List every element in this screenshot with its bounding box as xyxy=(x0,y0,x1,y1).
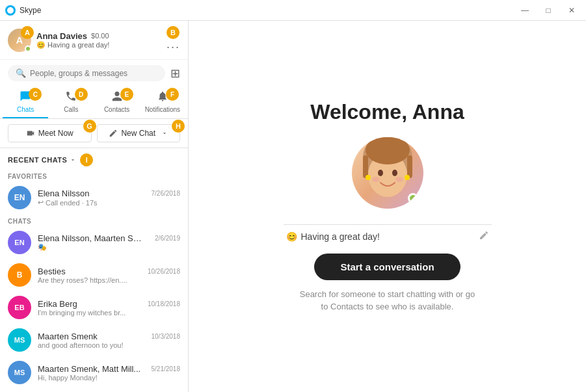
badge-g: G xyxy=(83,120,96,133)
search-input[interactable] xyxy=(30,69,157,78)
avatar-online-dot xyxy=(408,193,418,203)
online-status-dot xyxy=(25,46,31,52)
chats-label: CHATS xyxy=(0,214,188,226)
chat-date: 5/21/2018 xyxy=(152,365,181,372)
tab-contacts-label: Contacts xyxy=(104,106,129,113)
chat-preview: I'm bringing my witches br... xyxy=(38,309,180,317)
more-options-button[interactable]: ··· xyxy=(166,40,180,53)
preview-text: Hi, happy Monday! xyxy=(38,374,98,382)
tab-chats[interactable]: C Chats xyxy=(3,86,48,118)
app-title: Skype xyxy=(20,6,41,15)
status-text: Having a great day! xyxy=(47,41,109,49)
tab-chats-label: Chats xyxy=(17,106,34,113)
preview-icon: ↩ xyxy=(38,198,44,207)
profile-balance: $0.00 xyxy=(91,32,109,40)
window-controls: — □ ✕ xyxy=(516,4,581,17)
svg-point-11 xyxy=(405,175,410,180)
search-box: 🔍 xyxy=(8,65,165,81)
app-icon xyxy=(5,5,16,16)
recent-chats-header: RECENT CHATS I xyxy=(0,148,188,169)
chat-name: Besties xyxy=(38,267,66,276)
new-chat-button[interactable]: H New Chat xyxy=(97,124,181,142)
chat-info: Elena Nilsson, Maarten Sm... 2/6/2019 🎭 xyxy=(38,233,180,252)
chat-preview: Are they roses? https://en.... xyxy=(38,276,180,284)
avatar: EB xyxy=(8,296,31,319)
list-item[interactable]: B Besties 10/26/2018 Are they roses? htt… xyxy=(0,259,188,291)
recent-chats-label: RECENT CHATS xyxy=(8,156,67,164)
welcome-avatar xyxy=(352,137,423,209)
badge-e: E xyxy=(120,88,133,101)
grid-icon[interactable]: ⊞ xyxy=(170,66,180,81)
chat-info: Erika Berg 10/18/2018 I'm bringing my wi… xyxy=(38,299,180,317)
chat-info: Elena Nilsson 7/26/2018 ↩ Call ended · 1… xyxy=(38,189,180,207)
avatar: EN xyxy=(8,231,31,254)
chat-name: Elena Nilsson, Maarten Sm... xyxy=(38,233,142,243)
status-row: 😊 Having a great day! xyxy=(284,230,492,243)
sidebar: A A Anna Davies $0.00 😊 Having a great d… xyxy=(0,21,189,392)
tab-calls[interactable]: D Calls xyxy=(48,86,94,118)
status-display: 😊 Having a great day! xyxy=(286,231,380,242)
list-item[interactable]: MS Maarten Smenk 10/3/2018 and good afte… xyxy=(0,324,188,356)
chat-date: 7/26/2018 xyxy=(152,190,181,197)
chat-info: Maarten Smenk, Matt Mill... 5/21/2018 Hi… xyxy=(38,364,180,382)
preview-emoji: 🎭 xyxy=(38,243,47,252)
badge-f: F xyxy=(166,88,179,101)
tab-notifications-label: Notifications xyxy=(145,106,180,113)
welcome-description: Search for someone to start chatting wit… xyxy=(297,288,479,313)
recent-chats-chevron xyxy=(70,157,76,163)
svg-point-0 xyxy=(7,7,14,14)
titlebar: Skype — □ ✕ xyxy=(0,0,586,21)
chat-preview: ↩ Call ended · 17s xyxy=(38,198,180,207)
avatar: MS xyxy=(8,328,31,352)
profile-area: A A Anna Davies $0.00 😊 Having a great d… xyxy=(0,21,188,60)
list-item[interactable]: EN Elena Nilsson 7/26/2018 ↩ Call ended … xyxy=(0,181,188,214)
svg-point-3 xyxy=(366,137,410,164)
main-content: Welcome, Anna xyxy=(189,21,586,392)
chat-list: FAVORITES EN Elena Nilsson 7/26/2018 ↩ C… xyxy=(0,169,188,392)
favorites-label: FAVORITES xyxy=(0,169,188,181)
preview-text: and good afternoon to you! xyxy=(38,341,124,349)
edit-status-icon[interactable] xyxy=(479,230,489,243)
welcome-title: Welcome, Anna xyxy=(310,100,464,124)
nav-tabs: C Chats D Calls E Contacts xyxy=(0,86,188,119)
status-emoji: 😊 xyxy=(286,231,297,242)
maximize-button[interactable]: □ xyxy=(539,4,557,17)
list-item[interactable]: EB Erika Berg 10/18/2018 I'm bringing my… xyxy=(0,291,188,324)
svg-point-8 xyxy=(372,177,380,182)
badge-a: A xyxy=(21,26,34,39)
preview-text: Call ended · 17s xyxy=(46,199,98,207)
svg-rect-5 xyxy=(407,155,412,178)
svg-point-6 xyxy=(378,170,383,176)
chat-name: Maarten Smenk, Matt Mill... xyxy=(38,364,140,374)
badge-h: H xyxy=(172,120,185,133)
minimize-button[interactable]: — xyxy=(516,4,534,17)
chat-date: 2/6/2019 xyxy=(155,235,180,242)
profile-left: A A Anna Davies $0.00 😊 Having a great d… xyxy=(8,29,109,52)
status-text-main: Having a great day! xyxy=(301,231,380,242)
start-conversation-button[interactable]: Start a conversation xyxy=(314,254,460,280)
search-area: 🔍 ⊞ xyxy=(0,60,188,86)
chat-info: Maarten Smenk 10/3/2018 and good afterno… xyxy=(38,332,180,349)
status-emoji: 😊 xyxy=(36,41,46,49)
close-button[interactable]: ✕ xyxy=(563,4,581,17)
avatar: B xyxy=(8,263,31,287)
search-icon: 🔍 xyxy=(16,68,26,78)
chat-preview: Hi, happy Monday! xyxy=(38,374,180,382)
list-item[interactable]: MS Maarten Smenk, Matt Mill... 5/21/2018… xyxy=(0,356,188,389)
tab-contacts[interactable]: E Contacts xyxy=(94,86,140,118)
meet-now-button[interactable]: G Meet Now xyxy=(8,124,92,142)
badge-b: B xyxy=(166,26,180,39)
titlebar-left: Skype xyxy=(5,5,41,16)
list-item[interactable]: EN Elena Nilsson, Maarten Sm... 2/6/2019… xyxy=(0,226,188,259)
profile-name: Anna Davies xyxy=(36,31,87,41)
profile-status: 😊 Having a great day! xyxy=(36,41,109,49)
chat-date: 10/26/2018 xyxy=(148,268,180,275)
chat-date: 10/3/2018 xyxy=(152,333,181,340)
badge-d: D xyxy=(75,88,88,101)
tab-notifications[interactable]: F Notifications xyxy=(140,86,185,118)
app-body: A A Anna Davies $0.00 😊 Having a great d… xyxy=(0,21,586,392)
preview-text: I'm bringing my witches br... xyxy=(38,309,126,317)
svg-point-7 xyxy=(392,170,397,176)
svg-point-10 xyxy=(366,175,371,180)
chat-name: Erika Berg xyxy=(38,299,77,309)
